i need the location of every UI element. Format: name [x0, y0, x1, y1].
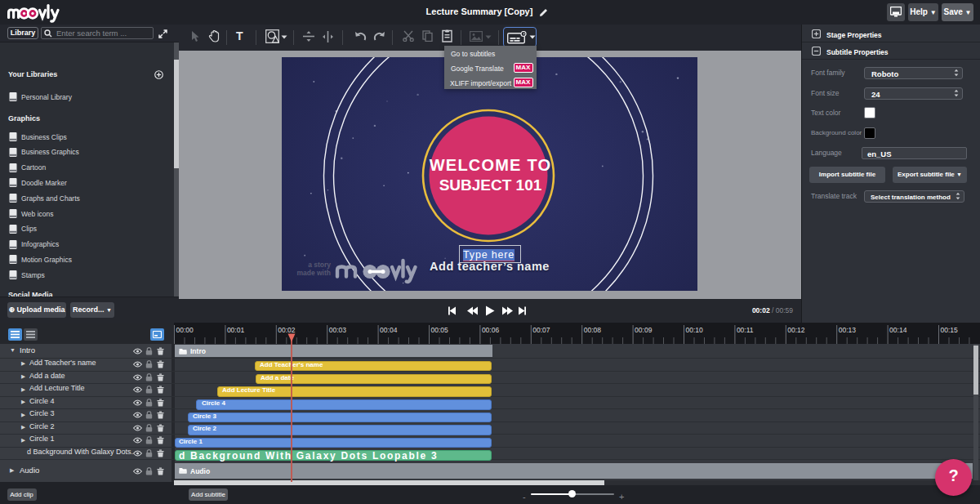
svg-text:00:06: 00:06	[482, 326, 500, 334]
svg-text:00:09: 00:09	[635, 326, 653, 334]
svg-text:00:07: 00:07	[532, 326, 550, 334]
svg-text:00:00: 00:00	[176, 326, 194, 334]
svg-text:00:12: 00:12	[787, 326, 805, 334]
svg-text:00:11: 00:11	[737, 326, 754, 334]
svg-text:00:03: 00:03	[329, 326, 347, 334]
svg-text:00:01: 00:01	[227, 326, 245, 334]
svg-text:00:14: 00:14	[889, 326, 907, 334]
svg-text:00:08: 00:08	[584, 326, 602, 334]
svg-text:00:05: 00:05	[431, 326, 449, 334]
svg-text:00:10: 00:10	[686, 326, 704, 334]
svg-text:00:15: 00:15	[941, 326, 959, 334]
svg-text:00:13: 00:13	[839, 326, 857, 334]
svg-text:00:04: 00:04	[380, 326, 398, 334]
